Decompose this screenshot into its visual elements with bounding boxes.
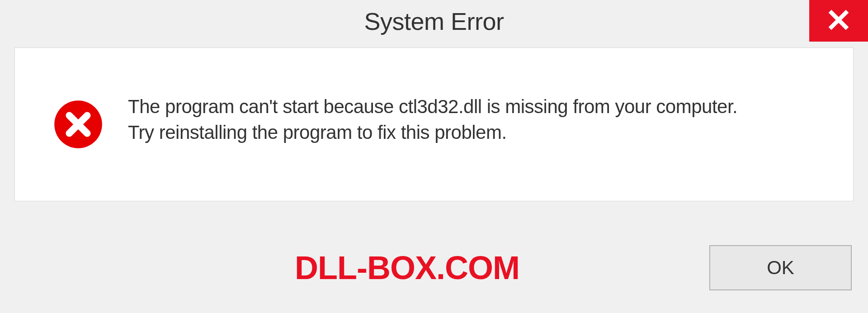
error-message-line2: Try reinstalling the program to fix this… bbox=[128, 120, 737, 146]
content-panel: The program can't start because ctl3d32.… bbox=[14, 47, 854, 201]
error-message: The program can't start because ctl3d32.… bbox=[128, 94, 737, 145]
ok-button[interactable]: OK bbox=[709, 245, 852, 290]
footer-bar: DLL-BOX.COM OK bbox=[14, 236, 854, 299]
ok-button-label: OK bbox=[767, 257, 794, 279]
close-button[interactable] bbox=[809, 0, 868, 42]
error-icon bbox=[53, 100, 103, 149]
close-icon bbox=[828, 9, 849, 33]
dialog-title: System Error bbox=[364, 8, 504, 35]
watermark-text: DLL-BOX.COM bbox=[295, 249, 519, 286]
title-bar: System Error bbox=[0, 0, 868, 43]
error-message-line1: The program can't start because ctl3d32.… bbox=[128, 94, 737, 120]
